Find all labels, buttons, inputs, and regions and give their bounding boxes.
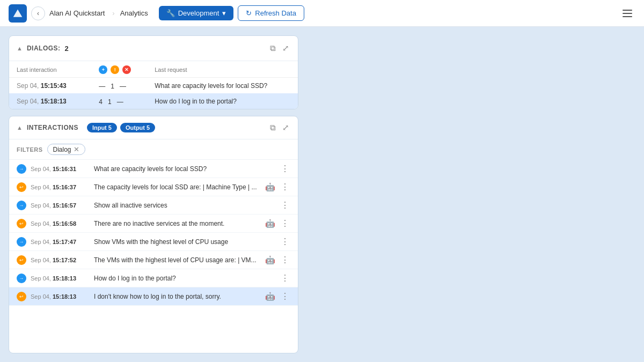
right-panel	[307, 35, 635, 353]
dialogs-table: Last interaction + ! ✕ Last request Sep …	[9, 61, 298, 109]
development-button[interactable]: 🔧 Development ▾	[159, 6, 234, 20]
hamburger-menu[interactable]	[619, 5, 635, 21]
wrench-icon: 🔧	[166, 9, 175, 17]
interaction-text: I don't know how to log in to the portal…	[94, 293, 261, 300]
interaction-text: How do I log in to the portal?	[94, 275, 275, 282]
col-icons: + ! ✕	[91, 61, 147, 78]
dialog-filter-chip[interactable]: Dialog ✕	[47, 144, 85, 155]
filters-row: FILTERS Dialog ✕	[9, 139, 298, 160]
more-options-button[interactable]: ⋮	[280, 255, 290, 265]
badge-output[interactable]: Output 5	[120, 123, 155, 132]
refresh-icon: ↻	[246, 9, 252, 17]
main-content: ▲ DIALOGS: 2 ⧉ ⤢ Last interaction +	[0, 27, 644, 362]
interactions-copy-button[interactable]: ⧉	[269, 122, 277, 134]
interaction-text: Show VMs with the highest level of CPU u…	[94, 238, 275, 246]
top-nav: ‹ Alan AI Quickstart › Analytics 🔧 Devel…	[0, 0, 644, 27]
input-icon: →	[17, 201, 26, 210]
list-item[interactable]: ↩ Sep 04, 15:16:37 The capacity levels f…	[9, 178, 298, 196]
interaction-datetime: Sep 04, 15:16:37	[31, 184, 90, 190]
interactions-header: ▲ INTERACTIONS Input 5 Output 5 ⧉ ⤢	[9, 116, 298, 139]
more-options-button[interactable]: ⋮	[280, 182, 290, 192]
collapse-icon[interactable]: ▲	[17, 45, 23, 51]
input-icon: →	[17, 164, 26, 174]
list-item[interactable]: → Sep 04, 15:16:57 Show all inactive ser…	[9, 196, 298, 215]
refresh-data-button[interactable]: ↻ Refresh Data	[238, 5, 304, 21]
analytics-label: Analytics	[120, 9, 148, 17]
list-item[interactable]: ↩ Sep 04, 15:18:13 I don't know how to l…	[9, 287, 298, 306]
interaction-datetime: Sep 04, 15:16:58	[31, 220, 90, 227]
interaction-datetime: Sep 04, 15:16:31	[31, 166, 90, 172]
more-options-button[interactable]: ⋮	[280, 164, 290, 174]
filter-remove-icon[interactable]: ✕	[74, 145, 79, 153]
status-red-icon: ✕	[122, 65, 131, 74]
interaction-datetime: Sep 04, 15:18:13	[31, 275, 90, 282]
cell-request: How do I log in to the portal?	[147, 93, 298, 109]
interaction-text: The capacity levels for local SSD are: |…	[94, 183, 261, 191]
bot-icon: 🤖	[265, 255, 275, 265]
output-icon: ↩	[17, 182, 26, 192]
interaction-text: What are capacity levels for local SSD?	[94, 165, 275, 173]
list-item[interactable]: → Sep 04, 15:17:47 Show VMs with the hig…	[9, 233, 298, 251]
interaction-datetime: Sep 04, 15:17:52	[31, 257, 90, 263]
more-options-button[interactable]: ⋮	[280, 273, 290, 283]
interactions-expand-button[interactable]: ⤢	[281, 122, 290, 134]
interaction-datetime: Sep 04, 15:16:57	[31, 202, 90, 209]
bot-icon: 🤖	[265, 292, 275, 301]
interaction-text: Show all inactive services	[94, 202, 275, 209]
cell-counts: 4 1 —	[91, 93, 147, 109]
input-icon: →	[17, 237, 26, 247]
col-last-request: Last request	[147, 61, 298, 78]
list-item[interactable]: ↩ Sep 04, 15:17:52 The VMs with the high…	[9, 251, 298, 269]
output-icon: ↩	[17, 219, 26, 228]
cell-counts: — 1 —	[91, 78, 147, 93]
left-panel: ▲ DIALOGS: 2 ⧉ ⤢ Last interaction +	[9, 35, 298, 353]
copy-button[interactable]: ⧉	[269, 42, 277, 54]
interactions-collapse-icon[interactable]: ▲	[17, 124, 23, 131]
interactions-list: → Sep 04, 15:16:31 What are capacity lev…	[9, 160, 298, 353]
table-row[interactable]: Sep 04, 15:18:13 4 1 — How do I log in t…	[9, 93, 298, 109]
interactions-card: ▲ INTERACTIONS Input 5 Output 5 ⧉ ⤢ FILT…	[9, 116, 298, 353]
cell-datetime: Sep 04, 15:15:43	[9, 78, 91, 94]
interaction-text: There are no inactive services at the mo…	[94, 220, 261, 227]
dialogs-count: 2	[65, 45, 69, 53]
dialogs-header: ▲ DIALOGS: 2 ⧉ ⤢	[9, 36, 298, 61]
more-options-button[interactable]: ⋮	[280, 200, 290, 210]
badge-input[interactable]: Input 5	[87, 123, 117, 132]
svg-marker-0	[13, 9, 23, 17]
more-options-button[interactable]: ⋮	[280, 291, 290, 301]
bot-icon: 🤖	[265, 182, 275, 192]
list-item[interactable]: → Sep 04, 15:18:13 How do I log in to th…	[9, 269, 298, 287]
more-options-button[interactable]: ⋮	[280, 218, 290, 228]
back-button[interactable]: ‹	[31, 6, 45, 20]
output-icon: ↩	[17, 292, 26, 301]
status-orange-icon: !	[111, 65, 119, 74]
bot-icon: 🤖	[265, 219, 275, 228]
interactions-title: INTERACTIONS	[27, 124, 78, 131]
status-blue-icon: +	[99, 65, 107, 74]
table-row[interactable]: Sep 04, 15:15:43 — 1 — What are capacity…	[9, 78, 298, 94]
interaction-datetime: Sep 04, 15:17:47	[31, 239, 90, 245]
col-last-interaction: Last interaction	[9, 61, 91, 78]
interaction-datetime: Sep 04, 15:18:13	[31, 293, 90, 300]
project-label: Alan AI Quickstart	[49, 9, 105, 17]
cell-request: What are capacity levels for local SSD?	[147, 78, 298, 94]
list-item[interactable]: ↩ Sep 04, 15:16:58 There are no inactive…	[9, 215, 298, 233]
logo	[9, 4, 27, 23]
expand-button[interactable]: ⤢	[281, 42, 290, 54]
interaction-text: The VMs with the highest level of CPU us…	[94, 256, 261, 264]
more-options-button[interactable]: ⋮	[280, 237, 290, 247]
dialogs-title: DIALOGS:	[27, 45, 61, 52]
filters-label: FILTERS	[17, 146, 43, 153]
chevron-down-icon: ▾	[222, 9, 226, 17]
input-icon: →	[17, 274, 26, 283]
cell-datetime: Sep 04, 15:18:13	[9, 93, 91, 109]
list-item[interactable]: → Sep 04, 15:16:31 What are capacity lev…	[9, 160, 298, 178]
output-icon: ↩	[17, 255, 26, 265]
dialogs-card: ▲ DIALOGS: 2 ⧉ ⤢ Last interaction +	[9, 35, 298, 109]
